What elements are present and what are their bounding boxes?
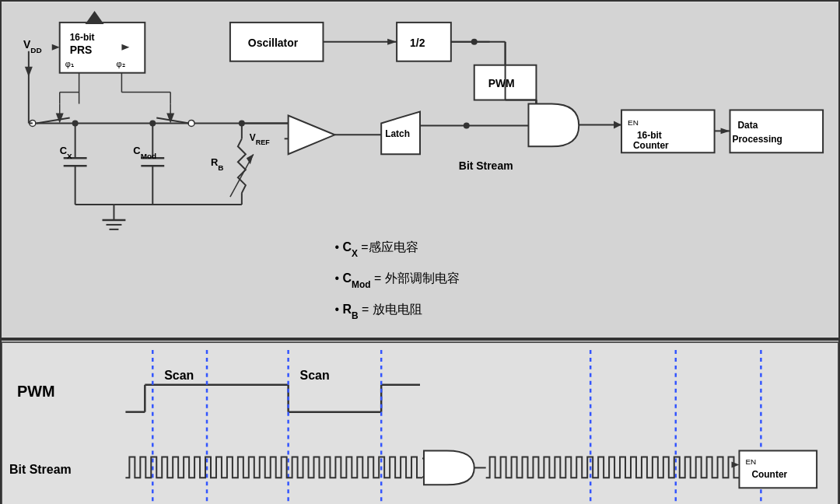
and-gate [528,104,579,147]
svg-point-42 [72,120,79,126]
pwm-timing-label: PWM [17,383,55,400]
phi1-label: φ₁ [65,59,74,68]
data-processing-label: Data [737,120,758,131]
latch-label: Latch [385,128,410,139]
svg-point-48 [188,120,194,126]
data-processing-text: Processing [733,134,782,145]
prs-label: 16-bit [70,32,95,43]
phi2-label: φ₂ [116,59,124,68]
data-processing-box [730,110,824,152]
timing-and-gate [424,451,474,485]
en-label: EN [628,118,639,127]
scan2-label: Scan [300,369,330,382]
divider-label: 1/2 [410,37,425,49]
svg-point-63 [239,120,245,126]
timing-en-label: EN [745,458,756,467]
timing-counter-label: Counter [751,470,787,481]
circuit-svg: VDD 16-bit PRS φ₁ φ₂ Oscillator 1/2 [2,2,838,338]
scan1-label: Scan [164,369,194,382]
timing-svg: PWM Bit Stream Scan Scan [2,341,838,504]
counter-label: 16-bit [637,130,662,141]
svg-rect-69 [2,342,838,504]
oscillator-label: Oscillator [248,37,299,49]
prs-text: PRS [70,44,93,56]
circuit-area: VDD 16-bit PRS φ₁ φ₂ Oscillator 1/2 [2,2,838,339]
main-container: VDD 16-bit PRS φ₁ φ₂ Oscillator 1/2 [0,0,840,504]
svg-point-47 [149,120,156,126]
svg-point-16 [464,122,470,128]
pwm-label: PWM [488,77,515,89]
bit-stream-timing-label: Bit Stream [9,464,72,477]
timing-area: PWM Bit Stream Scan Scan [2,339,838,504]
counter-text: Counter [633,140,669,151]
bit-stream-label: Bit Stream [459,159,513,172]
